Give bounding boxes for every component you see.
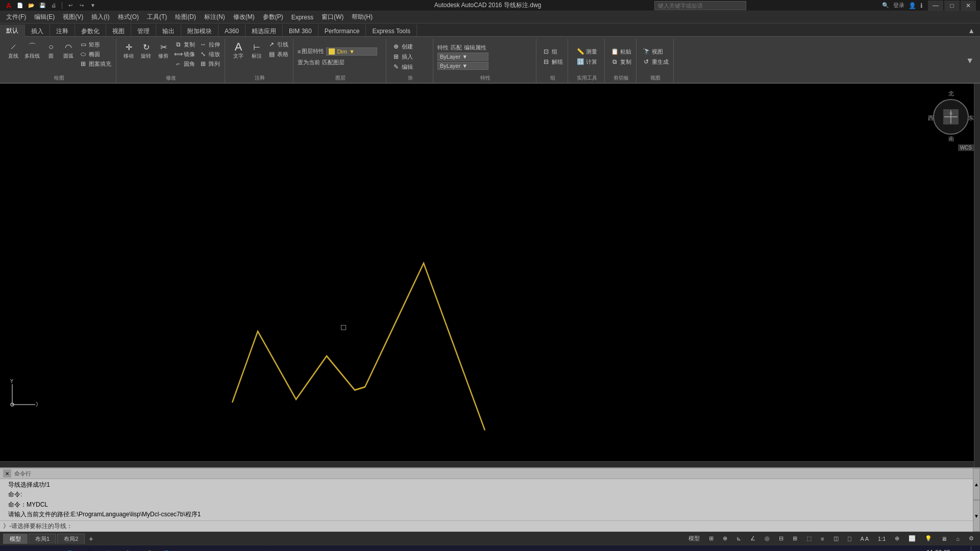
status-clean-btn[interactable]: ⌂	[953, 535, 963, 542]
ribbon-btn-trim[interactable]: ✂ 修剪	[155, 40, 172, 60]
ribbon-btn-text[interactable]: A 文字	[229, 40, 248, 60]
menu-insert[interactable]: 插入(I)	[87, 11, 113, 23]
tab-model[interactable]: 模型	[3, 534, 28, 544]
taskbar-files-btn[interactable]: 📁	[177, 546, 195, 552]
status-otrack-btn[interactable]: ⊟	[776, 535, 787, 542]
quick-access-dropdown[interactable]: ▼	[88, 1, 97, 10]
ribbon-btn-create-block[interactable]: ⊕ 创建	[390, 42, 430, 51]
status-settings-btn[interactable]: ⚙	[966, 535, 977, 542]
edit-attrs-btn[interactable]: 编辑属性	[464, 44, 486, 52]
ribbon-btn-insert-block[interactable]: ⊞ 插入	[390, 52, 430, 61]
status-annoscale-btn[interactable]: A A	[857, 535, 872, 542]
canvas-scrollbar-h[interactable]	[0, 461, 974, 467]
ribbon-btn-edit-block[interactable]: ✎ 编辑	[390, 62, 430, 71]
status-qprops-btn[interactable]: ⎕	[845, 535, 854, 542]
ribbon-btn-line[interactable]: ⟋ 直线	[5, 40, 21, 60]
ribbon-expand-btn[interactable]: ▼	[964, 56, 976, 65]
ribbon-btn-stretch[interactable]: ↔ 拉伸	[198, 40, 222, 49]
taskbar-star-btn[interactable]: ⭐	[118, 546, 137, 552]
ribbon-btn-dimension[interactable]: ⊢ 标注	[249, 40, 265, 60]
menu-tools[interactable]: 工具(T)	[143, 11, 171, 23]
quick-access-save[interactable]: 💾	[38, 1, 47, 10]
info-icon[interactable]: ℹ	[920, 2, 923, 9]
match-props-btn[interactable]: 匹配	[451, 44, 462, 52]
status-model-btn[interactable]: 模型	[685, 534, 703, 543]
taskbar-cloud-btn[interactable]: ☁	[293, 546, 311, 552]
taskbar-notification-btn[interactable]: 🔔	[953, 546, 968, 552]
canvas-scrollbar-v[interactable]	[974, 84, 980, 467]
ribbon-btn-ellipse[interactable]: ⬭ 椭圆	[78, 49, 113, 59]
taskbar-volume-btn[interactable]: 🔊	[904, 546, 919, 552]
status-lineweight-btn[interactable]: ≡	[818, 535, 827, 542]
menu-draw[interactable]: 绘图(D)	[171, 11, 200, 23]
taskbar-excel-btn[interactable]: X	[215, 546, 234, 552]
color-dropdown[interactable]: ByLayer ▼	[437, 53, 488, 61]
ribbon-btn-paste[interactable]: 📋 粘贴	[609, 47, 633, 56]
menu-format[interactable]: 格式(O)	[114, 11, 143, 23]
login-btn[interactable]: 登录	[893, 2, 904, 9]
status-ortho-btn[interactable]: ⊾	[733, 535, 744, 542]
taskbar-qq-btn[interactable]: 🐧	[99, 546, 117, 552]
ribbon-btn-view[interactable]: 🔭 视图	[641, 47, 670, 56]
tab-layout2[interactable]: 布局2	[57, 534, 85, 544]
menu-edit[interactable]: 编辑(E)	[30, 11, 59, 23]
taskbar-clock[interactable]: 11:29:05 2020-05-31	[922, 549, 950, 552]
ribbon-btn-rotate[interactable]: ↻ 旋转	[138, 40, 154, 60]
ribbon-btn-move[interactable]: ✛ 移动	[120, 40, 137, 60]
ribbon-btn-copy-clipboard[interactable]: ⧉ 复制	[609, 57, 633, 66]
quick-access-undo[interactable]: ↩	[66, 1, 75, 10]
ribbon-tab-output[interactable]: 输出	[156, 24, 181, 38]
menu-window[interactable]: 窗口(W)	[317, 11, 348, 23]
status-grid-btn[interactable]: ⊞	[706, 535, 717, 542]
ribbon-tab-addons[interactable]: 附加模块	[181, 24, 218, 38]
ribbon-btn-polyline[interactable]: ⌒ 多段线	[22, 40, 42, 60]
status-snap-btn[interactable]: ⊕	[720, 535, 730, 542]
menu-help[interactable]: 帮助(H)	[348, 11, 377, 23]
taskbar-autocad-btn[interactable]: A	[196, 546, 214, 552]
ribbon-btn-scale[interactable]: ⤡ 缩放	[198, 49, 222, 59]
ribbon-tab-manage[interactable]: 管理	[131, 24, 156, 38]
user-icon[interactable]: 👤	[909, 2, 916, 9]
linetype-dropdown[interactable]: ByLayer ▼	[437, 62, 488, 70]
windows-start-btn[interactable]: ⊞	[2, 546, 20, 552]
menu-dimension[interactable]: 标注(N)	[200, 11, 229, 23]
quick-access-redo[interactable]: ↪	[77, 1, 86, 10]
status-dynin-btn[interactable]: ⬚	[803, 535, 815, 542]
ribbon-btn-ungroup[interactable]: ⊟ 解组	[541, 57, 565, 66]
cmdline-scroll-down[interactable]: ▼	[973, 500, 980, 532]
quick-access-open[interactable]: 📂	[27, 1, 36, 10]
ribbon-tab-annotate[interactable]: 注释	[50, 24, 75, 38]
close-btn[interactable]: ✕	[961, 1, 976, 11]
ribbon-tab-express[interactable]: Express Tools	[366, 24, 416, 38]
ribbon-btn-leader[interactable]: ↗ 引线	[266, 40, 290, 49]
ribbon-btn-rectangle[interactable]: ▭ 矩形	[78, 40, 113, 49]
help-icon[interactable]: 🔍	[882, 2, 889, 9]
ribbon-btn-arc[interactable]: ◠ 圆弧	[60, 40, 77, 60]
ribbon-tab-params[interactable]: 参数化	[75, 24, 106, 38]
ribbon-tab-a360[interactable]: A360	[218, 24, 246, 38]
status-osnap-btn[interactable]: ◎	[762, 535, 773, 542]
taskbar-search-btn[interactable]: 🔍	[21, 546, 40, 552]
ribbon-tab-default[interactable]: 默认	[0, 24, 25, 38]
status-viewport-btn[interactable]: ⬜	[905, 535, 919, 542]
search-input-title[interactable]	[658, 3, 743, 9]
app-icon-btn[interactable]: A	[4, 1, 13, 10]
minimize-btn[interactable]: —	[928, 1, 943, 11]
status-isolate-btn[interactable]: 💡	[922, 535, 935, 542]
status-scale-btn[interactable]: 1:1	[875, 535, 889, 542]
status-zoomscale-btn[interactable]: ⊕	[892, 535, 902, 542]
taskbar-folder-btn[interactable]: 🗂	[235, 546, 253, 552]
taskbar-hidden-icons-btn[interactable]: ∧	[870, 546, 884, 552]
canvas-area[interactable]: 北 南 东 西 WCS Y	[0, 84, 980, 467]
match-layer-btn[interactable]: 匹配图层	[322, 59, 345, 66]
ribbon-tab-view[interactable]: 视图	[106, 24, 131, 38]
status-transparency-btn[interactable]: ◫	[830, 535, 842, 542]
menu-params[interactable]: 参数(P)	[259, 11, 287, 23]
taskbar-antivirus-btn[interactable]: 🛡	[274, 546, 292, 552]
ribbon-btn-fillet[interactable]: ⌐ 圆角	[173, 59, 197, 68]
cmdline-scroll-up[interactable]: ▲	[973, 468, 980, 500]
layer-dropdown-btn[interactable]: Dim ▼	[326, 47, 377, 56]
taskbar-app1-btn[interactable]: 🍎	[138, 546, 156, 552]
ribbon-btn-measure[interactable]: 📏 测量	[575, 47, 599, 56]
search-bar-title[interactable]	[654, 1, 746, 10]
